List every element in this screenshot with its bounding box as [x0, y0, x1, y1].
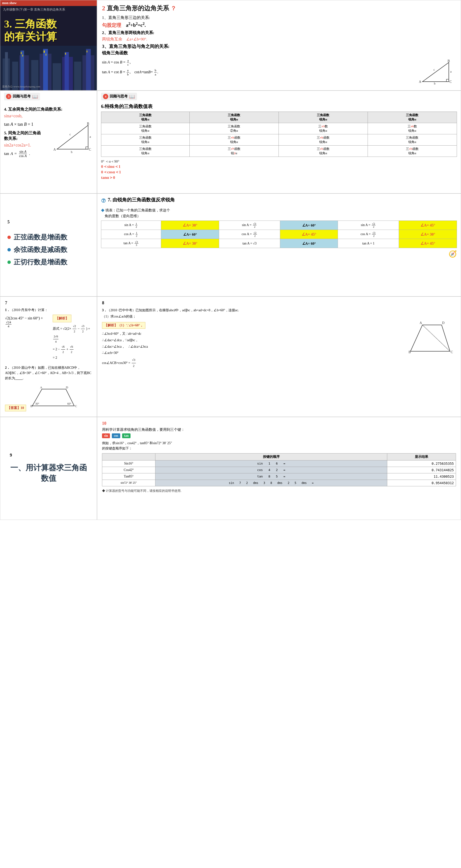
svg-rect-11 [65, 52, 69, 90]
range-3: 0＜cosα＜1 [101, 169, 457, 175]
cell-calculator-intro: 9 一、用计算器求三角函数值 [0, 417, 97, 520]
tr2-c3: 三√2函数锐角α [278, 134, 368, 145]
svg-rect-9 [53, 63, 61, 90]
calculator-heading: 一、用计算器求三角函数值 [10, 463, 87, 484]
diagram-container: tan A × tan B = 1 5. 同角之间的三角函数关系: sin2a+… [4, 120, 93, 160]
th-result: 显示结果 [387, 453, 456, 460]
text-formulas: tan A × tan B = 1 5. 同角之间的三角函数关系: sin2a+… [4, 120, 42, 160]
svg-text:A: A [419, 80, 422, 84]
trig-table: 三角函数锐角α 三角函数锐角α 三角函数锐角α 三角函数锐角α 三角函数锐角α … [101, 112, 457, 157]
cos-button[interactable]: cos [112, 433, 120, 438]
tan-label: 正切行数是增函数 [14, 258, 67, 267]
inv-r2c5: cos A = √32 [338, 230, 399, 239]
tan-sincos-formula: tan A = sin A cos A . [4, 150, 42, 158]
review-header-4: 4 回顾与思考 📖 [101, 93, 137, 100]
cell9-badge: 9 [10, 453, 87, 458]
svg-text:C: C [89, 148, 91, 151]
inv-r2c1: cos A = 12 [101, 230, 161, 239]
calc-table-header: 按键的顺序 显示结果 [102, 453, 456, 460]
svg-rect-16 [22, 55, 23, 57]
svg-text:B: B [87, 122, 89, 125]
cell-right-triangle: 2 直角三角形的边角关系 ？ 1、直角三角形三边的关系: 勾股定理 a2+b2=… [97, 0, 461, 91]
s8-step1: ∴∠bcd=60°，又∵ab=ad=dc [102, 331, 406, 337]
th-keys: 按键的顺序 [155, 453, 387, 460]
inv-r3c1: tan A = √33 [101, 239, 161, 248]
inv-r1c5: sin A = √22 [338, 221, 399, 230]
formula1: sin A = cos B = ac, [102, 59, 413, 67]
solution1-block: 【解析】 原式 = √2(2× √22 − √32 ) + 2√64 = 2 −… [53, 315, 92, 361]
problem1-content: √2(2cos 45° − sin 60°) + √244 【解析】 原式 = … [5, 315, 92, 361]
tr1-c2: 三角函数②角α [189, 123, 278, 134]
cr3-label: Tan85° [102, 473, 155, 479]
pythagorean-formula: a2+b2=c2. [126, 21, 146, 28]
sin-label: 正弦函数是增函数 [14, 233, 67, 242]
th-empty [102, 453, 155, 460]
trig-table-header: 三角函数锐角α 三角函数锐角α 三角函数锐角α 三角函数锐角α [101, 112, 457, 123]
solution8-text: 【解析】（1）∵∠b=60°， ∴∠bcd=60°，又∵ab=ad=dc ∴∠d… [102, 320, 406, 369]
tan-button[interactable]: tan [122, 433, 130, 438]
point5-title: 5. 同角之间的三角函数关系: [4, 130, 42, 141]
svg-marker-42 [410, 325, 450, 351]
svg-marker-21 [423, 62, 449, 82]
s8-final: cos∠ACB=cos30° = √32 [102, 357, 406, 369]
trig-row-2: 三角函数锐角α 三√2函数锐角α 三√2函数锐角α 三角函数锐角α [101, 134, 457, 145]
svg-text:B: B [408, 350, 411, 354]
svg-rect-18 [45, 54, 47, 56]
calc-row-cos42: Cos42° cos 4 2 = 0.743144825 [102, 467, 456, 473]
calc-row-sin72: sin72° 38' 25" sin 7 2 dms 3 8 dms 2 5 d… [102, 479, 456, 486]
s8-step4: ∴∠acb=30° [102, 350, 406, 356]
svg-text:D: D [442, 321, 444, 325]
title-slide: mon show 九年级数学(下)第一章 直角三角形的边角关系 3. 三角函数的… [0, 0, 97, 91]
step1: 原式 = √2(2× √22 − √32 ) + 2√64 [53, 324, 92, 344]
compass-icon: 🧭 [101, 250, 457, 258]
point4-title: 4. 互余两角之间的三角函数关系: [4, 106, 93, 112]
svg-text:C: C [451, 350, 453, 354]
svg-text:b: b [434, 82, 436, 85]
cr2-keys: cos 4 2 = [155, 467, 387, 473]
inv-r1c4: ∠A= 60° [280, 221, 338, 230]
book-icon: 📖 [32, 94, 38, 99]
inv-r2c2: ∠A= 60° [161, 230, 219, 239]
th-4: 三角函数锐角α [368, 112, 457, 123]
svg-text:60°: 60° [67, 402, 71, 405]
section-text: 直角三角形的边角关系 [107, 5, 169, 12]
svg-text:A: A [40, 385, 42, 389]
inv-r3c2: ∠A= 30° [161, 239, 219, 248]
inv-r1c6: ∠A= 45° [399, 221, 457, 230]
inv-row-1: sin A = 12 ∠A= 30° sin A = √32 ∠A= 60° s… [101, 221, 457, 230]
inv-r3c5: tan A = 1 [338, 239, 399, 248]
bullet-tan: 正切行数是增函数 [7, 258, 90, 267]
svg-text:a: a [90, 135, 91, 138]
range-2: 0＜sinα＜1 [101, 164, 457, 169]
th-1: 三角函数锐角α [101, 112, 190, 123]
svg-text:A: A [420, 321, 422, 325]
example-text: 例如，求sin16°，cos42°，tan85° 和sin72° 38′ 25″… [102, 441, 456, 452]
question-mark: ？ [171, 5, 176, 11]
svg-text:a: a [450, 70, 452, 73]
triangle-diagram-3: B A C b a c [52, 120, 93, 160]
cell-calculator-usage: 10 用科学计算器求锐角的三角函数值，要用到三个键： sin cos tan 例… [97, 417, 461, 520]
book-icon-4: 📖 [129, 94, 135, 99]
review-label-4: 回顾与思考 [110, 94, 128, 99]
svg-text:B: B [448, 59, 450, 63]
background-image [0, 46, 97, 90]
s8-step3: ∴∠dac=∠bca， ∴∠dca=∠bca [102, 344, 406, 350]
triangle-diagram: B A C b a c [418, 58, 456, 87]
svg-rect-20 [87, 51, 87, 53]
cell6-header: ⑦ 7. 由锐角的三角函数值反求锐角 [101, 196, 457, 206]
inv-r1c1: sin A = 12 [101, 221, 161, 230]
logo: mon show [2, 1, 17, 5]
inv-row-3: tan A = √33 ∠A= 30° tan A = √3 ∠A= 60° t… [101, 239, 457, 248]
calc-row-sin16: Sin16° sin 1 6 = 0.275635355 [102, 460, 456, 467]
two-angles-formula: ∠a+∠b=90°. [126, 37, 147, 41]
svg-text:b: b [71, 150, 72, 154]
point1-title: 1、直角三角形三边的关系: [102, 15, 456, 20]
trapezoid-diagram: A D C B 30° 60° [30, 385, 78, 410]
cell6-num: ⑦ [101, 198, 106, 204]
two-angles-label: 两锐角互余 [102, 36, 122, 42]
sin-button[interactable]: sin [102, 433, 110, 438]
range-4: tanα＞0 [101, 175, 457, 180]
inv-r2c6: ∠A= 30° [399, 230, 457, 239]
inverse-trig-table: sin A = 12 ∠A= 30° sin A = √32 ∠A= 60° s… [101, 220, 457, 248]
solution8-steps: ∴∠bcd=60°，又∵ab=ad=dc ∴∠dac=∠dca，∵ad∥bc， … [102, 331, 406, 369]
